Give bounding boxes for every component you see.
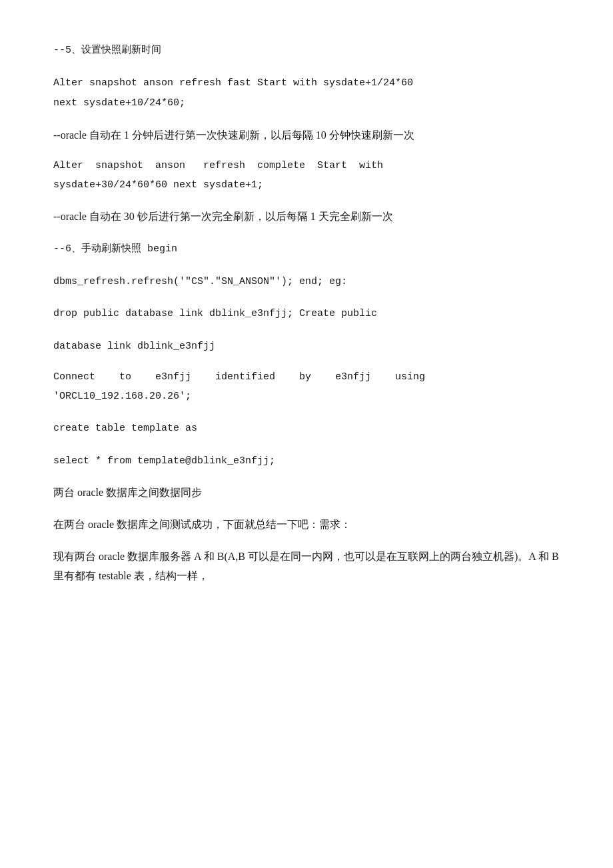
text-connect: Connect to e3nfjj identified by e3nfjj u… <box>53 368 560 406</box>
block-connect: Connect to e3nfjj identified by e3nfjj u… <box>53 368 560 406</box>
block-summary-detail: 现有两台 oracle 数据库服务器 A 和 B(A,B 可以是在同一内网，也可… <box>53 547 560 587</box>
text-section5-heading: --5、设置快照刷新时间 <box>53 45 161 56</box>
page-content: --5、设置快照刷新时间 Alter snapshot anson refres… <box>53 40 560 586</box>
text-code1b: next sysdate+10/24*60; <box>53 97 185 109</box>
block-dbms-refresh: dbms_refresh.refresh('"CS"."SN_ANSON"');… <box>53 271 560 292</box>
block-database-link: database link dblink_e3nfjj <box>53 336 560 357</box>
block-section5-heading: --5、设置快照刷新时间 <box>53 40 560 61</box>
text-section6-heading: --6、手动刷新快照 begin <box>53 243 177 255</box>
text-code1: Alter snapshot anson refresh fast Start … <box>53 77 413 89</box>
text-create-table: create table template as <box>53 423 197 434</box>
block-create-table: create table template as <box>53 418 560 439</box>
text-select: select * from template@dblink_e3nfjj; <box>53 455 275 467</box>
text-summary-heading: 两台 oracle 数据库之间数据同步 <box>53 487 202 498</box>
text-drop-link: drop public database link dblink_e3nfjj;… <box>53 308 377 319</box>
block-summary-heading: 两台 oracle 数据库之间数据同步 <box>53 483 560 503</box>
text-comment2: --oracle 自动在 30 钞后进行第一次完全刷新，以后每隔 1 天完全刷新… <box>53 211 393 222</box>
block-summary-intro: 在两台 oracle 数据库之间测试成功，下面就总结一下吧：需求： <box>53 515 560 535</box>
text-code2: Alter snapshot anson refresh complete St… <box>53 157 560 195</box>
text-summary-intro: 在两台 oracle 数据库之间测试成功，下面就总结一下吧：需求： <box>53 519 351 530</box>
text-comment1: --oracle 自动在 1 分钟后进行第一次快速刷新，以后每隔 10 分钟快速… <box>53 129 414 141</box>
block-comment2: --oracle 自动在 30 钞后进行第一次完全刷新，以后每隔 1 天完全刷新… <box>53 207 560 227</box>
text-dbms-refresh: dbms_refresh.refresh('"CS"."SN_ANSON"');… <box>53 276 347 287</box>
block-select: select * from template@dblink_e3nfjj; <box>53 451 560 471</box>
block-drop-link: drop public database link dblink_e3nfjj;… <box>53 303 560 324</box>
block-section6-heading: --6、手动刷新快照 begin <box>53 239 560 259</box>
block-code1: Alter snapshot anson refresh fast Start … <box>53 73 560 113</box>
block-code2: Alter snapshot anson refresh complete St… <box>53 157 560 195</box>
block-comment1: --oracle 自动在 1 分钟后进行第一次快速刷新，以后每隔 10 分钟快速… <box>53 125 560 145</box>
text-summary-detail: 现有两台 oracle 数据库服务器 A 和 B(A,B 可以是在同一内网，也可… <box>53 551 559 582</box>
text-database-link: database link dblink_e3nfjj <box>53 341 215 352</box>
